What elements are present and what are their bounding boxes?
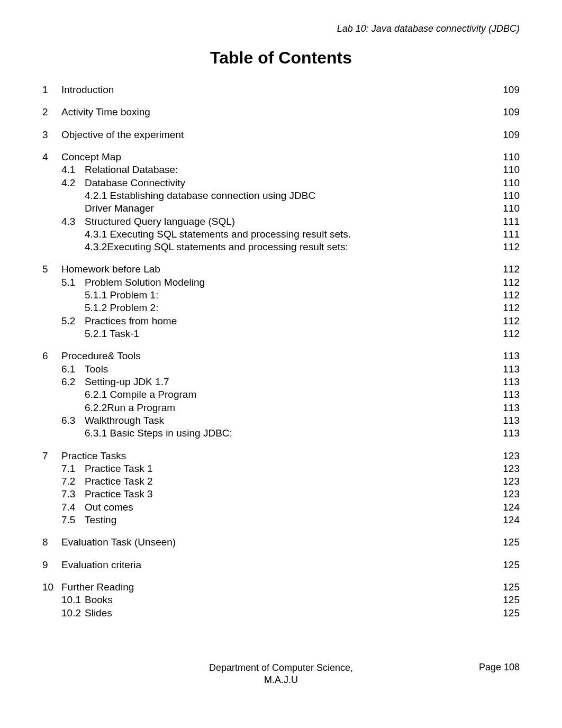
toc-row[interactable]: 7.3Practice Task 3123 bbox=[42, 488, 520, 501]
running-header: Lab 10: Java database connectivity (JDBC… bbox=[42, 23, 520, 34]
toc-subtitle: Out comes bbox=[85, 501, 493, 514]
toc-num: 2 bbox=[42, 106, 61, 119]
toc-row[interactable]: 6.2Setting-up JDK 1.7113 bbox=[42, 376, 520, 388]
toc-subnum: 10.1 bbox=[61, 594, 85, 606]
toc-page: 110 bbox=[493, 202, 520, 215]
toc-row[interactable]: 6.2.1 Compile a Program113 bbox=[42, 388, 520, 401]
toc-row[interactable]: 4.3.1 Executing SQL statements and proce… bbox=[42, 228, 520, 241]
toc-subnum: 7.2 bbox=[61, 475, 85, 488]
toc-subtitle: Walkthrough Task bbox=[85, 414, 493, 427]
toc-page: 110 bbox=[493, 177, 520, 189]
toc-row[interactable]: 7.5Testing124 bbox=[42, 514, 520, 526]
toc-subnum: 5.1 bbox=[61, 276, 85, 289]
toc-page: 113 bbox=[493, 414, 520, 427]
toc-page: 125 bbox=[493, 594, 520, 606]
toc-subnum: 7.1 bbox=[61, 462, 85, 475]
toc-row[interactable]: 7Practice Tasks123 bbox=[42, 450, 520, 462]
toc-page: 124 bbox=[493, 514, 520, 526]
toc-row[interactable]: 2Activity Time boxing109 bbox=[42, 106, 520, 119]
toc-page: 113 bbox=[493, 402, 520, 414]
footer-dept-line1: Department of Computer Science, bbox=[0, 662, 562, 674]
toc-subnum: 6.2 bbox=[61, 376, 85, 388]
toc-page: 110 bbox=[493, 163, 520, 176]
table-of-contents: 1Introduction1092Activity Time boxing109… bbox=[42, 84, 520, 620]
toc-title: Objective of the experiment bbox=[61, 129, 493, 141]
toc-page: 112 bbox=[493, 263, 520, 276]
toc-row[interactable]: 10.1Books125 bbox=[42, 594, 520, 606]
toc-row[interactable]: 5.2Practices from home112 bbox=[42, 315, 520, 327]
toc-num: 1 bbox=[42, 84, 61, 96]
toc-title: Practice Tasks bbox=[61, 450, 493, 462]
toc-subsubtitle: 4.3.2Executing SQL statements and proces… bbox=[85, 241, 493, 253]
toc-subnum: 6.1 bbox=[61, 363, 85, 376]
toc-num: 9 bbox=[42, 559, 61, 571]
toc-row[interactable]: 7.4Out comes124 bbox=[42, 501, 520, 514]
toc-subnum: 4.2 bbox=[61, 177, 85, 189]
toc-subtitle: Setting-up JDK 1.7 bbox=[85, 376, 493, 388]
toc-row[interactable]: 5.2.1 Task-1112 bbox=[42, 327, 520, 340]
toc-title: Evaluation criteria bbox=[61, 559, 493, 571]
toc-row[interactable]: 6Procedure& Tools113 bbox=[42, 350, 520, 362]
toc-subnum: 5.2 bbox=[61, 315, 85, 327]
footer-page-number: Page 108 bbox=[479, 662, 520, 673]
toc-row[interactable]: 6.3.1 Basic Steps in using JDBC:113 bbox=[42, 427, 520, 440]
toc-page: 123 bbox=[493, 475, 520, 488]
toc-row[interactable]: 6.1Tools113 bbox=[42, 363, 520, 376]
toc-page: 113 bbox=[493, 350, 520, 362]
toc-subnum: 4.1 bbox=[61, 163, 85, 176]
toc-row[interactable]: Driver Manager110 bbox=[42, 202, 520, 215]
toc-page: 112 bbox=[493, 289, 520, 302]
toc-page: 113 bbox=[493, 388, 520, 401]
toc-page: 112 bbox=[493, 241, 520, 253]
footer-department: Department of Computer Science, M.A.J.U bbox=[0, 662, 562, 686]
toc-num: 10 bbox=[42, 581, 61, 594]
toc-row[interactable]: 9Evaluation criteria125 bbox=[42, 559, 520, 571]
toc-title: Concept Map bbox=[61, 151, 493, 163]
page-title: Table of Contents bbox=[42, 48, 520, 68]
toc-row[interactable]: 6.3Walkthrough Task113 bbox=[42, 414, 520, 427]
toc-row[interactable]: 6.2.2Run a Program113 bbox=[42, 402, 520, 414]
toc-row[interactable]: 4.3Structured Query language (SQL)111 bbox=[42, 215, 520, 228]
toc-row[interactable]: 8Evaluation Task (Unseen)125 bbox=[42, 536, 520, 549]
toc-row[interactable]: 4.2Database Connectivity110 bbox=[42, 177, 520, 189]
toc-row[interactable]: 3Objective of the experiment109 bbox=[42, 129, 520, 141]
toc-row[interactable]: 4.2.1 Establishing database connection u… bbox=[42, 189, 520, 202]
toc-subtitle: Practice Task 2 bbox=[85, 475, 493, 488]
toc-title: Introduction bbox=[61, 84, 493, 96]
toc-page: 125 bbox=[493, 607, 520, 620]
toc-page: 124 bbox=[493, 501, 520, 514]
toc-page: 123 bbox=[493, 462, 520, 475]
toc-row[interactable]: 1Introduction109 bbox=[42, 84, 520, 96]
toc-row[interactable]: 4.3.2Executing SQL statements and proces… bbox=[42, 241, 520, 253]
toc-num: 4 bbox=[42, 151, 61, 163]
toc-row[interactable]: 5.1.2 Problem 2:112 bbox=[42, 302, 520, 314]
toc-row[interactable]: 10.2Slides125 bbox=[42, 607, 520, 620]
toc-page: 113 bbox=[493, 376, 520, 388]
toc-num: 3 bbox=[42, 129, 61, 141]
toc-row[interactable]: 7.2Practice Task 2123 bbox=[42, 475, 520, 488]
toc-subtitle: Structured Query language (SQL) bbox=[85, 215, 493, 228]
toc-num: 8 bbox=[42, 536, 61, 549]
footer-dept-line2: M.A.J.U bbox=[0, 674, 562, 686]
toc-page: 113 bbox=[493, 427, 520, 440]
toc-subtitle: Database Connectivity bbox=[85, 177, 493, 189]
toc-page: 109 bbox=[493, 106, 520, 119]
toc-row[interactable]: 7.1Practice Task 1123 bbox=[42, 462, 520, 475]
toc-subnum: 4.3 bbox=[61, 215, 85, 228]
toc-page: 112 bbox=[493, 302, 520, 314]
toc-subsubtitle: Driver Manager bbox=[85, 202, 493, 215]
toc-row[interactable]: 5.1Problem Solution Modeling112 bbox=[42, 276, 520, 289]
toc-subnum: 10.2 bbox=[61, 607, 85, 620]
toc-row[interactable]: 5.1.1 Problem 1:112 bbox=[42, 289, 520, 302]
toc-row[interactable]: 10Further Reading125 bbox=[42, 581, 520, 594]
toc-subtitle: Slides bbox=[85, 607, 493, 620]
toc-page: 111 bbox=[493, 228, 520, 241]
toc-row[interactable]: 4.1Relational Database:110 bbox=[42, 163, 520, 176]
toc-subnum: 7.5 bbox=[61, 514, 85, 526]
toc-title: Activity Time boxing bbox=[61, 106, 493, 119]
toc-subsubtitle: 4.2.1 Establishing database connection u… bbox=[85, 189, 493, 202]
toc-subtitle: Tools bbox=[85, 363, 493, 376]
toc-row[interactable]: 4Concept Map110 bbox=[42, 151, 520, 163]
toc-subnum: 6.3 bbox=[61, 414, 85, 427]
toc-row[interactable]: 5Homework before Lab112 bbox=[42, 263, 520, 276]
